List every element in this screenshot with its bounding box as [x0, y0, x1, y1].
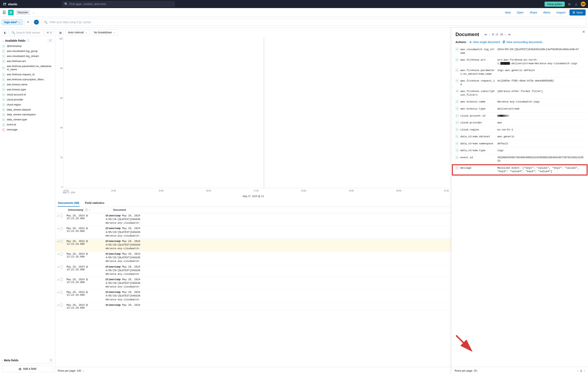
breakdown-dropdown[interactable]: No breakdown ⌄: [91, 29, 118, 36]
field-item[interactable]: kcloud.provider: [0, 97, 55, 102]
open-link[interactable]: Open: [515, 11, 526, 14]
tab-documents[interactable]: Documents (98): [58, 200, 80, 207]
meta-fields-header[interactable]: › Meta fields 3: [0, 357, 55, 363]
col-timestamp-label[interactable]: @timestamp: [68, 208, 84, 211]
pager-next-icon[interactable]: ›: [505, 33, 506, 36]
doc-field-row[interactable]: kdata_stream.namespacedefault: [452, 140, 587, 147]
table-row[interactable]: ⤢May 28, 2024 @ 13:22:19.000@timestamp M…: [55, 226, 451, 239]
table-row[interactable]: ⤢May 28, 2024 @ 13:22:19.000@timestamp M…: [55, 252, 451, 264]
doc-field-row[interactable]: tmessageReceived event: {"key1": "value1…: [452, 165, 587, 175]
table-row[interactable]: ⤢May 28, 2024 @ 13:22:19.000@timestamp M…: [55, 277, 451, 290]
table-row[interactable]: ⤢May 28, 2024 @ 13:22:19.000@timestamp M…: [55, 213, 451, 226]
histogram-chart[interactable]: 100806040200 13:0014:0015:0016:0017:0018…: [58, 38, 449, 191]
alerts-link[interactable]: Alerts: [541, 11, 552, 14]
field-item[interactable]: tmessage: [0, 127, 55, 132]
expand-row-icon[interactable]: ⤢: [57, 253, 59, 256]
field-item[interactable]: kdata_stream.type: [0, 117, 55, 122]
doc-field-row[interactable]: kcloud.provideraws: [452, 119, 587, 126]
calendar-button[interactable]: ▦: [57, 29, 64, 36]
row-checkbox[interactable]: [60, 253, 63, 256]
table-row[interactable]: ⤢May 28, 2024 @ 13:22:19.000@timestamp M…: [55, 290, 451, 302]
chevron-down-icon[interactable]: ⌄: [477, 369, 478, 372]
table-row[interactable]: ⤢May 28, 2024 @ 13:22:19.000@timestamp M…: [55, 239, 451, 252]
view-surrounding-documents-link[interactable]: 🗐 View surrounding documents: [503, 41, 542, 44]
row-checkbox[interactable]: [60, 215, 63, 217]
doc-field-row[interactable]: kaws.firehose.arnarn:aws:firehose:eu-nor…: [452, 56, 587, 67]
row-checkbox[interactable]: [60, 304, 63, 307]
elastic-logo[interactable]: elastic: [2, 2, 18, 6]
flyout-rows-per-page-button[interactable]: Rows per page: 25: [455, 369, 477, 372]
pager-last-icon[interactable]: ⏭: [508, 33, 511, 36]
nav-menu-icon[interactable]: ☰: [2, 10, 6, 15]
expand-row-icon[interactable]: ⤢: [57, 278, 59, 281]
page-number[interactable]: 1: [580, 369, 582, 372]
expand-row-icon[interactable]: ⤢: [57, 265, 59, 269]
space-badge[interactable]: D: [8, 10, 14, 15]
view-single-document-link[interactable]: 🗎 View single document: [469, 41, 500, 44]
add-field-button[interactable]: ▤ Add a field: [2, 365, 53, 372]
doc-field-row[interactable]: kcloud.account.id: [452, 112, 587, 120]
labs-icon[interactable]: △: [574, 2, 578, 6]
sort-desc-icon[interactable]: ↓: [89, 208, 91, 211]
doc-field-row[interactable]: kdata_stream.typelogs: [452, 147, 587, 154]
tab-field-statistics[interactable]: Field statistics: [84, 200, 105, 207]
expand-row-icon[interactable]: ⤢: [57, 214, 59, 217]
doc-field-row[interactable]: kaws.kinesis.namembranca-any-cloudwatch-…: [452, 99, 587, 105]
newsfeed-icon[interactable]: ◎: [567, 2, 571, 6]
page-prev-icon[interactable]: ‹: [577, 369, 578, 372]
inspect-link[interactable]: Inspect: [554, 11, 567, 14]
field-item[interactable]: kcloud.region: [0, 102, 55, 107]
sidebar-collapse-button[interactable]: ◧: [2, 29, 9, 36]
field-search-input[interactable]: 🔍 Search field names: [10, 29, 43, 36]
interval-dropdown[interactable]: Auto interval ⌄: [65, 29, 90, 36]
index-pattern-picker[interactable]: logs-aws* ⌄: [2, 19, 23, 25]
doc-field-row[interactable]: kaws.firehose.request_id4c22083e-f395-46…: [452, 77, 587, 88]
page-next-icon[interactable]: ›: [584, 369, 585, 372]
share-link[interactable]: Share: [528, 11, 539, 14]
col-document-label[interactable]: Document: [113, 208, 126, 211]
new-link[interactable]: New: [503, 11, 513, 14]
doc-field-row[interactable]: kaws.cloudwatch.log_stream2024/05/28/[$L…: [452, 46, 587, 56]
doc-field-row[interactable]: kaws.kinesis.typedeliverystream: [452, 105, 587, 112]
expand-row-icon[interactable]: ⤢: [57, 227, 59, 230]
row-checkbox[interactable]: [60, 240, 63, 243]
chevron-down-icon[interactable]: ⌄: [32, 11, 35, 14]
field-item[interactable]: kevent.id: [0, 122, 55, 127]
expand-row-icon[interactable]: ⤢: [57, 240, 59, 243]
row-checkbox[interactable]: [60, 278, 63, 281]
field-item[interactable]: kaws.firehose.parameters.es_datastream_n…: [0, 64, 55, 72]
row-checkbox[interactable]: [60, 291, 63, 294]
close-flyout-button[interactable]: ✕: [582, 30, 585, 34]
pager-first-icon[interactable]: ⏮: [484, 33, 487, 36]
table-row[interactable]: ⤢May 28, 2024 @ 13:22:19.000@timestamp M…: [55, 303, 451, 310]
pager-prev-icon[interactable]: ‹: [489, 33, 490, 36]
filter-button[interactable]: ⧩: [24, 19, 31, 26]
setup-guides-button[interactable]: Setup guides: [545, 2, 565, 7]
doc-field-row[interactable]: ⦿aws.firehose.subscription_filters[mbran…: [452, 88, 587, 99]
field-item[interactable]: kdata_stream.dataset: [0, 107, 55, 112]
field-item[interactable]: kdata_stream.namespace: [0, 112, 55, 117]
doc-field-row[interactable]: kdata_stream.datasetaws.generic: [452, 133, 587, 140]
field-item[interactable]: kaws.kinesis.name: [0, 82, 55, 87]
table-row[interactable]: ⤢May 28, 2024 @ 13:22:19.000@timestamp M…: [55, 264, 451, 277]
field-item[interactable]: 🕑@timestamp: [0, 44, 55, 49]
kql-input[interactable]: 🔍 Filter your data using KQL syntax: [42, 19, 586, 26]
doc-field-row[interactable]: kevent.id3828804550674019664808161639500…: [452, 154, 587, 165]
add-filter-button[interactable]: +: [33, 19, 40, 26]
rows-per-page-button[interactable]: Rows per page: 100: [58, 369, 81, 372]
doc-field-row[interactable]: kcloud.regioneu-north-1: [452, 126, 587, 133]
field-filter-button[interactable]: ⧩ 0: [45, 29, 53, 36]
field-item[interactable]: kaws.cloudwatch.log_stream: [0, 54, 55, 59]
field-item[interactable]: kaws.firehose.request_id: [0, 72, 55, 77]
field-item[interactable]: kaws.cloudwatch.log_group: [0, 49, 55, 54]
row-checkbox[interactable]: [60, 265, 63, 268]
field-item[interactable]: kaws.firehose.subscription_filters: [0, 77, 55, 82]
expand-row-icon[interactable]: ⤢: [57, 304, 59, 307]
app-name-pill[interactable]: Discover: [16, 10, 30, 15]
doc-field-row[interactable]: kaws.firehose.parameters.es_datastream_n…: [452, 67, 587, 77]
expand-row-icon[interactable]: ⤢: [57, 291, 59, 294]
field-item[interactable]: kcloud.account.id: [0, 92, 55, 97]
user-avatar[interactable]: MB: [581, 2, 586, 6]
row-checkbox[interactable]: [60, 227, 63, 230]
chevron-down-icon[interactable]: ⌄: [83, 369, 84, 372]
